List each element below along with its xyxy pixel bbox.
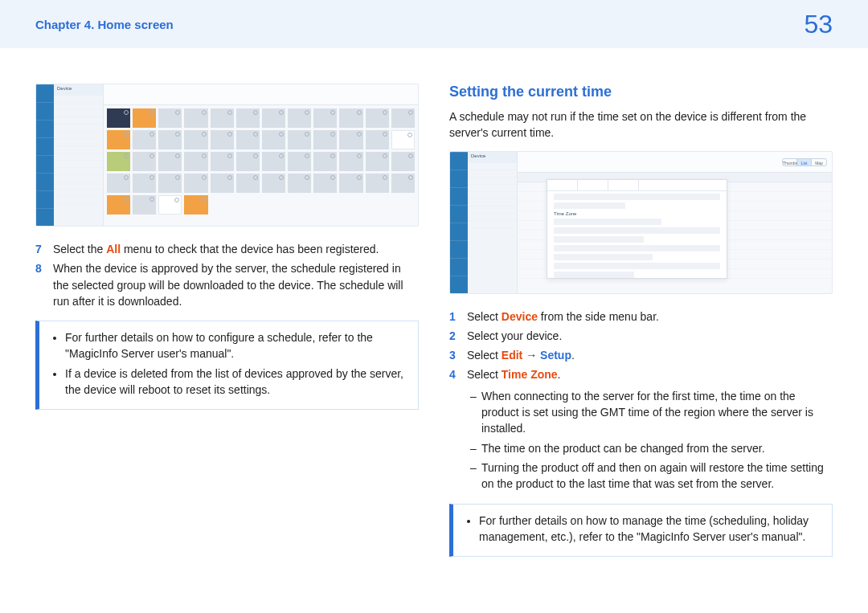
mock-panel-title: Device	[468, 152, 517, 163]
step-number: 2	[449, 328, 459, 344]
step-1: 1 Select Device from the side menu bar.	[449, 309, 833, 325]
note-bullet: If a device is deleted from the list of …	[65, 366, 407, 398]
dash-item: The time on the product can be changed f…	[467, 440, 833, 456]
highlight-device: Device	[502, 310, 538, 323]
step-text: Select the All menu to check that the de…	[53, 241, 379, 257]
note-box-right: For further details on how to manage the…	[449, 504, 833, 558]
mock-sidebar	[450, 152, 468, 293]
step-number: 4	[449, 366, 459, 382]
mock-body	[104, 105, 418, 226]
right-column: Setting the current time A schedule may …	[449, 84, 833, 557]
step-number: 3	[449, 347, 459, 363]
page-number: 53	[804, 10, 833, 39]
left-column: Device 7	[35, 84, 419, 557]
mock-view-toggle: Thumbnail List Map	[782, 158, 827, 166]
mock-toolbar: Thumbnail List Map	[518, 152, 832, 173]
step-3: 3 Select Edit → Setup.	[449, 347, 833, 363]
document-page: Chapter 4. Home screen 53 Device	[0, 0, 868, 613]
mock-sidebar	[36, 84, 54, 226]
highlight-all: All	[106, 243, 121, 255]
intro-paragraph: A schedule may not run if the time set o…	[449, 108, 833, 141]
note-box-left: For further details on how to configure …	[35, 321, 419, 410]
highlight-edit: Edit	[502, 349, 522, 362]
dash-item: When connecting to the server for the fi…	[467, 388, 833, 437]
step-number: 7	[35, 241, 45, 257]
note-bullet: For further details on how to manage the…	[479, 513, 821, 546]
mock-panel-title: Device	[54, 84, 103, 96]
step-number: 8	[35, 260, 45, 309]
step-number: 1	[449, 309, 459, 325]
screenshot-device-setup: Device Thumbnail List Map	[449, 151, 833, 294]
step-text: Select Device from the side menu bar.	[467, 309, 659, 325]
steps-left: 7 Select the All menu to check that the …	[35, 241, 419, 309]
mock-toolbar	[104, 84, 418, 105]
step-text: Select Edit → Setup.	[467, 347, 575, 363]
section-heading: Setting the current time	[449, 84, 833, 100]
chapter-title: Chapter 4. Home screen	[35, 18, 174, 31]
step-2: 2 Select your device.	[449, 328, 833, 344]
step-text: Select your device.	[467, 328, 562, 344]
mock-tree: Device	[468, 152, 518, 293]
screenshot-device-grid: Device	[35, 84, 419, 227]
link-setup: Setup	[540, 349, 571, 362]
step-text: Select Time Zone.	[467, 366, 560, 382]
mock-setup-dialog: Time Zone	[547, 179, 727, 279]
page-body: Device 7	[0, 48, 868, 557]
sub-notes: When connecting to the server for the fi…	[449, 388, 833, 492]
note-bullet: For further details on how to configure …	[65, 329, 407, 362]
mock-tree: Device	[54, 84, 104, 226]
step-4: 4 Select Time Zone.	[449, 366, 833, 382]
highlight-timezone: Time Zone	[502, 368, 558, 381]
steps-right: 1 Select Device from the side menu bar. …	[449, 309, 833, 383]
page-header: Chapter 4. Home screen 53	[0, 0, 868, 48]
dash-item: Turning the product off and then on agai…	[467, 460, 833, 492]
step-7: 7 Select the All menu to check that the …	[35, 241, 419, 257]
mock-field-timezone: Time Zone	[554, 211, 720, 216]
step-text: When the device is approved by the serve…	[53, 260, 419, 309]
step-8: 8 When the device is approved by the ser…	[35, 260, 419, 309]
